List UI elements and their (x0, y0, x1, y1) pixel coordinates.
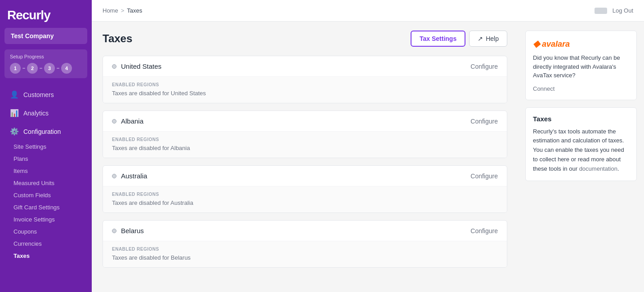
page-actions: Tax Settings ↗ Help (411, 31, 507, 47)
disabled-text-0: Taxes are disabled for United States (112, 90, 498, 97)
taxes-info-title: Taxes (533, 115, 629, 123)
configuration-icon: ⚙️ (10, 127, 19, 136)
tax-card-australia: Australia Configure ENABLED REGIONS Taxe… (103, 165, 507, 213)
topbar: Home > Taxes Log Out (92, 0, 644, 22)
tax-card-header-3: Belarus Configure (103, 221, 507, 241)
tax-card-united-states: United States Configure ENABLED REGIONS … (103, 56, 507, 103)
right-panel: ◆ avalara Did you know that Recurly can … (518, 22, 644, 292)
tax-card-body-3: ENABLED REGIONS Taxes are disabled for B… (103, 241, 507, 267)
subnav-coupons[interactable]: Coupons (0, 226, 92, 238)
content-area: Taxes Tax Settings ↗ Help United States (92, 22, 644, 292)
logout-link[interactable]: Log Out (613, 7, 633, 14)
breadcrumb-separator: > (121, 7, 125, 14)
status-dot-2 (112, 174, 116, 178)
documentation-link[interactable]: documentation (579, 165, 617, 172)
tax-card-header-1: Albania Configure (103, 111, 507, 131)
avalara-card: ◆ avalara Did you know that Recurly can … (525, 31, 637, 100)
setup-steps: 1 2 3 4 (10, 63, 82, 74)
subnav-currencies[interactable]: Currencies (0, 238, 92, 250)
disabled-text-2: Taxes are disabled for Australia (112, 199, 498, 206)
configuration-label: Configuration (23, 128, 61, 135)
subnav-gift-card-settings[interactable]: Gift Card Settings (0, 201, 92, 213)
user-avatar (595, 8, 607, 14)
page-title: Taxes (103, 32, 132, 45)
enabled-regions-label-3: ENABLED REGIONS (112, 247, 498, 252)
subnav-plans[interactable]: Plans (0, 153, 92, 165)
tax-region-name-2: Australia (112, 172, 147, 180)
step-4[interactable]: 4 (61, 63, 72, 74)
status-dot-0 (112, 64, 116, 69)
sidebar-item-analytics[interactable]: 📊 Analytics (3, 104, 89, 122)
customers-label: Customers (23, 91, 54, 98)
enabled-regions-label-1: ENABLED REGIONS (112, 137, 498, 142)
step-sep-1 (22, 68, 25, 69)
setup-progress: Setup Progress 1 2 3 4 (4, 49, 87, 78)
configure-link-1[interactable]: Configure (470, 118, 498, 125)
tax-card-body-2: ENABLED REGIONS Taxes are disabled for A… (103, 186, 507, 212)
breadcrumb: Home > Taxes (103, 7, 142, 14)
configure-link-3[interactable]: Configure (470, 227, 498, 234)
taxes-info-card: Taxes Recurly's tax tools automate the e… (525, 107, 637, 181)
step-sep-3 (57, 68, 59, 69)
tax-card-albania: Albania Configure ENABLED REGIONS Taxes … (103, 111, 507, 158)
sidebar-item-customers[interactable]: 👤 Customers (3, 86, 89, 103)
subnav-taxes[interactable]: Taxes (0, 250, 92, 262)
disabled-text-1: Taxes are disabled for Albania (112, 145, 498, 151)
analytics-label: Analytics (23, 110, 49, 117)
page-header: Taxes Tax Settings ↗ Help (103, 31, 507, 47)
step-2[interactable]: 2 (27, 63, 38, 74)
logo-text: Recurly (7, 8, 50, 22)
configure-link-0[interactable]: Configure (470, 63, 498, 70)
help-button[interactable]: ↗ Help (469, 31, 507, 47)
tax-settings-button[interactable]: Tax Settings (411, 31, 465, 47)
sidebar-item-configuration[interactable]: ⚙️ Configuration (3, 123, 89, 140)
step-sep-2 (40, 68, 42, 69)
external-link-icon: ↗ (478, 35, 483, 42)
tax-card-body-1: ENABLED REGIONS Taxes are disabled for A… (103, 131, 507, 158)
enabled-regions-label-0: ENABLED REGIONS (112, 82, 498, 87)
topbar-right: Log Out (595, 7, 633, 14)
tax-region-name-3: Belarus (112, 227, 144, 234)
status-dot-3 (112, 229, 116, 233)
subnav-measured-units[interactable]: Measured Units (0, 177, 92, 189)
avalara-description: Did you know that Recurly can be directl… (533, 53, 629, 80)
company-button[interactable]: Test Company (4, 28, 87, 44)
main-area: Home > Taxes Log Out Taxes Tax Settings … (92, 0, 644, 292)
subnav-custom-fields[interactable]: Custom Fields (0, 189, 92, 201)
subnav-invoice-settings[interactable]: Invoice Settings (0, 213, 92, 226)
step-3[interactable]: 3 (44, 63, 55, 74)
disabled-text-3: Taxes are disabled for Belarus (112, 254, 498, 261)
tax-region-name-1: Albania (112, 117, 143, 125)
step-1[interactable]: 1 (10, 63, 21, 74)
logo: Recurly (0, 0, 92, 28)
connect-link[interactable]: Connect (533, 85, 555, 92)
breadcrumb-current: Taxes (127, 7, 142, 14)
tax-card-body-0: ENABLED REGIONS Taxes are disabled for U… (103, 76, 507, 103)
tax-card-header-0: United States Configure (103, 56, 507, 76)
tax-region-name-0: United States (112, 62, 161, 70)
tax-card-belarus: Belarus Configure ENABLED REGIONS Taxes … (103, 220, 507, 268)
customers-icon: 👤 (10, 90, 19, 99)
subnav-items[interactable]: Items (0, 165, 92, 177)
subnav-site-settings[interactable]: Site Settings (0, 141, 92, 153)
configure-link-2[interactable]: Configure (470, 173, 498, 180)
help-label: Help (486, 35, 499, 42)
center-panel: Taxes Tax Settings ↗ Help United States (92, 22, 518, 292)
tax-card-header-2: Australia Configure (103, 166, 507, 186)
status-dot-1 (112, 119, 116, 124)
avalara-logo: ◆ avalara (533, 38, 629, 49)
sidebar: Recurly Test Company Setup Progress 1 2 … (0, 0, 92, 292)
breadcrumb-home[interactable]: Home (103, 7, 118, 14)
taxes-info-text: Recurly's tax tools automate the estimat… (533, 127, 629, 174)
analytics-icon: 📊 (10, 109, 19, 117)
setup-label: Setup Progress (10, 54, 82, 59)
enabled-regions-label-2: ENABLED REGIONS (112, 192, 498, 197)
